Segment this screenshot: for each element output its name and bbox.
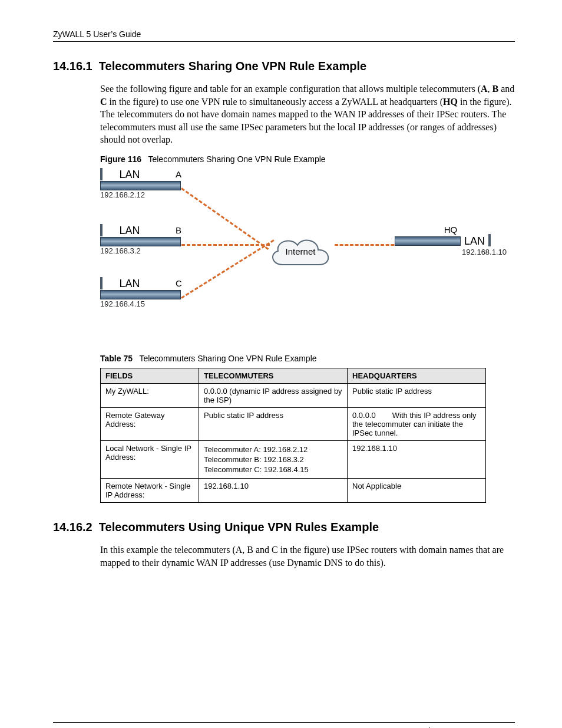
figure-diagram: LAN A 192.168.2.12 LAN B 192.168.3.2 — [100, 169, 501, 322]
router-icon — [100, 181, 181, 190]
table-row: My ZyWALL: 0.0.0.0 (dynamic IP address a… — [101, 383, 486, 407]
vpn-tunnel-line — [181, 239, 274, 299]
section-number: 14.16.2 — [53, 521, 92, 533]
pc-icon — [100, 225, 113, 237]
section-heading-1: 14.16.1 Telecommuters Sharing One VPN Ru… — [53, 60, 515, 73]
section-title: Telecommuters Sharing One VPN Rule Examp… — [99, 60, 366, 73]
pc-icon — [488, 235, 501, 247]
lan-label: LAN — [119, 278, 140, 290]
router-icon — [395, 236, 461, 246]
node-letter-hq: HQ — [444, 225, 458, 235]
lan-label: LAN — [464, 235, 485, 248]
th-headquarters: HEADQUARTERS — [348, 368, 486, 383]
ip-hq: 192.168.1.10 — [395, 248, 507, 256]
router-icon — [100, 237, 181, 246]
table-row: Remote Gateway Address: Public static IP… — [101, 407, 486, 440]
vpn-tunnel-line — [335, 244, 399, 246]
section-number: 14.16.1 — [53, 60, 92, 73]
node-letter-a: A — [176, 169, 181, 179]
table-75: FIELDS TELECOMMUTERS HEADQUARTERS My ZyW… — [100, 368, 486, 503]
section-title: Telecommuters Using Unique VPN Rules Exa… — [99, 521, 379, 533]
pc-icon — [100, 278, 113, 290]
th-telecommuters: TELECOMMUTERS — [199, 368, 348, 383]
node-letter-b: B — [176, 225, 181, 235]
section2-paragraph: In this example the telecommuters (A, B … — [100, 543, 515, 569]
lan-label: LAN — [119, 225, 140, 237]
router-icon — [100, 290, 181, 299]
internet-label: Internet — [265, 246, 336, 256]
doc-header: ZyWALL 5 User’s Guide — [53, 29, 515, 42]
section-heading-2: 14.16.2 Telecommuters Using Unique VPN R… — [53, 521, 515, 534]
pc-icon — [100, 169, 113, 181]
ip-c: 192.168.4.15 — [100, 299, 182, 308]
table-row: Local Network - Single IP Address: Telec… — [101, 440, 486, 478]
table-row: Remote Network - Single IP Address: 192.… — [101, 478, 486, 502]
internet-cloud-icon: Internet — [265, 232, 336, 274]
table-caption: Table 75 Telecommuters Sharing One VPN R… — [100, 354, 515, 363]
ip-b: 192.168.3.2 — [100, 246, 181, 255]
node-letter-c: C — [176, 278, 182, 288]
vpn-tunnel-line — [181, 244, 270, 246]
lan-label: LAN — [119, 169, 140, 181]
page-footer: 250 Chapter 14 VPN Screens — [53, 722, 515, 728]
th-fields: FIELDS — [101, 368, 199, 383]
ip-a: 192.168.2.12 — [100, 190, 181, 199]
section1-paragraph: See the following figure and table for a… — [100, 83, 515, 146]
vpn-tunnel-line — [181, 187, 269, 250]
figure-caption: Figure 116 Telecommuters Sharing One VPN… — [100, 154, 515, 164]
